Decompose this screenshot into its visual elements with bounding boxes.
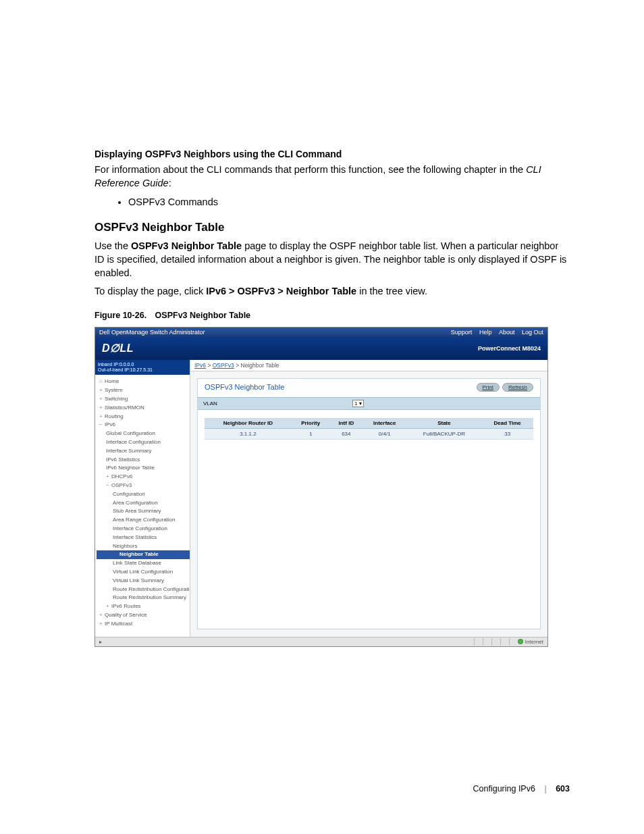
th-priority: Priority — [292, 418, 330, 429]
tree-intfcfg2[interactable]: Interface Configuration — [97, 525, 190, 533]
tree-rredistcfg[interactable]: Route Redistribution Configuration — [97, 585, 190, 594]
tree-areacfg[interactable]: Area Configuration — [97, 499, 190, 508]
th-intfid: Intf ID — [330, 418, 363, 429]
tree-ospfv3-label: OSPFv3 — [111, 482, 132, 488]
tree-system[interactable]: +System — [97, 386, 190, 395]
brand-header: D∅LL PowerConnect M8024 — [95, 337, 547, 360]
cli-bullet-item: OSPFv3 Commands — [128, 195, 570, 209]
tree-ipv6neigh[interactable]: IPv6 Neighbor Table — [97, 464, 190, 473]
tree-arearange[interactable]: Area Range Configuration — [97, 516, 190, 525]
breadcrumb-tail: > Neighbor Table — [234, 362, 279, 369]
content-panel: OSPFv3 Neighbor Table Print Refresh VLAN… — [197, 378, 541, 629]
status-zone-text: Internet — [525, 639, 543, 645]
panel-header: OSPFv3 Neighbor Table Print Refresh — [198, 379, 540, 397]
panel-title: OSPFv3 Neighbor Table — [205, 383, 284, 391]
nav-tree: ⌂Home +System +Switching +Statistics/RMO… — [95, 375, 190, 631]
th-state: State — [406, 418, 481, 429]
tree-routing-label: Routing — [105, 413, 124, 419]
cli-heading: Displaying OSPFv3 Neighbors using the CL… — [95, 149, 570, 159]
ip-info-box: Inband IP:0.0.0.0 Out-of-band IP:10.27.5… — [95, 360, 190, 375]
inband-ip: Inband IP:0.0.0.0 — [98, 362, 187, 367]
internet-zone-icon — [518, 639, 523, 644]
section-p1-b: OSPFv3 Neighbor Table — [131, 240, 242, 251]
tree-lsdb[interactable]: Link State Database — [97, 559, 190, 568]
screenshot-body: Inband IP:0.0.0.0 Out-of-band IP:10.27.5… — [95, 360, 547, 637]
tree-neightable-selected[interactable]: Neighbor Table — [97, 550, 190, 559]
panel-buttons: Print Refresh — [477, 383, 533, 392]
tree-rredistsum[interactable]: Route Redistribution Summary — [97, 594, 190, 602]
tree-home-label: Home — [105, 378, 119, 384]
table-row[interactable]: 3.1.1.2 1 634 0/4/1 Full/BACKUP-DR 33 — [205, 428, 533, 439]
tree-neighbors[interactable]: Neighbors — [97, 542, 190, 551]
window-title: Dell OpenManage Switch Administrator — [99, 329, 205, 336]
tree-ipv6[interactable]: −IPv6 — [97, 421, 190, 429]
footer-divider: | — [544, 784, 546, 793]
footer-page-number: 603 — [556, 784, 570, 793]
tree-ipv6routes[interactable]: +IPv6 Routes — [97, 602, 190, 611]
section-p2-b: IPv6 > OSPFv3 > Neighbor Table — [206, 286, 356, 296]
tree-switching[interactable]: +Switching — [97, 395, 190, 404]
vlan-select-value: 1 — [354, 400, 357, 407]
refresh-button[interactable]: Refresh — [502, 383, 533, 392]
tree-ipmcast[interactable]: +IP Multicast — [97, 620, 190, 629]
tree-statsrmon-label: Statistics/RMON — [105, 405, 144, 411]
section-p1-a: Use the — [95, 240, 131, 251]
status-left: ▸ — [99, 639, 102, 645]
tree-ipv6-label: IPv6 — [105, 421, 115, 427]
tree-dhcpv6-label: DHCPv6 — [111, 473, 132, 479]
main-area: IPv6 > OSPFv3 > Neighbor Table OSPFv3 Ne… — [190, 360, 547, 637]
about-link[interactable]: About — [499, 329, 515, 336]
section-heading: OSPFv3 Neighbor Table — [95, 221, 570, 234]
top-links: Support Help About Log Out — [446, 329, 543, 336]
filter-label: VLAN — [203, 400, 217, 407]
status-cells — [474, 638, 518, 646]
breadcrumb-ospfv3[interactable]: OSPFv3 — [213, 362, 234, 369]
tree-intfsum[interactable]: Interface Summary — [97, 447, 190, 456]
cli-paragraph: For information about the CLI commands t… — [95, 163, 570, 190]
tree-vlinkcfg[interactable]: Virtual Link Configuration — [97, 568, 190, 577]
tree-cfg[interactable]: Configuration — [97, 490, 190, 499]
tree-stubarea[interactable]: Stub Area Summary — [97, 507, 190, 516]
figure-caption: Figure 10-26. OSPFv3 Neighbor Table — [95, 311, 570, 320]
help-link[interactable]: Help — [479, 329, 492, 336]
tree-home[interactable]: ⌂Home — [97, 377, 190, 386]
breadcrumb-ipv6[interactable]: IPv6 — [194, 362, 206, 369]
section-p2: To display the page, click IPv6 > OSPFv3… — [95, 285, 570, 298]
tree-vlinksum[interactable]: Virtual Link Summary — [97, 577, 190, 585]
cell-intfid: 634 — [330, 428, 363, 439]
screenshot-container: Dell OpenManage Switch Administrator Sup… — [95, 327, 548, 647]
support-link[interactable]: Support — [451, 329, 473, 336]
print-button[interactable]: Print — [477, 383, 500, 392]
tree-system-label: System — [105, 387, 123, 393]
sidebar: Inband IP:0.0.0.0 Out-of-band IP:10.27.5… — [95, 360, 190, 637]
section-p2-c: in the tree view. — [356, 286, 427, 296]
tree-ipv6routes-label: IPv6 Routes — [111, 603, 141, 609]
tree-globalcfg[interactable]: Global Configuration — [97, 429, 190, 438]
tree-intfcfg[interactable]: Interface Configuration — [97, 438, 190, 447]
vlan-select[interactable]: 1 ▾ — [352, 400, 364, 407]
section-p1: Use the OSPFv3 Neighbor Table page to di… — [95, 240, 570, 280]
tree-routing[interactable]: +Routing — [97, 413, 190, 421]
cell-state: Full/BACKUP-DR — [406, 428, 481, 439]
tree-qos[interactable]: +Quality of Service — [97, 611, 190, 620]
cli-p-text-c: : — [169, 178, 171, 188]
th-interface: Interface — [363, 418, 406, 429]
tree-ipv6stats[interactable]: IPv6 Statistics — [97, 456, 190, 465]
tree-qos-label: Quality of Service — [105, 612, 147, 618]
cell-deadtime: 33 — [481, 428, 533, 439]
tree-intfstats[interactable]: Interface Statistics — [97, 533, 190, 542]
tree-ipmcast-label: IP Multicast — [105, 621, 132, 627]
status-zone: Internet — [518, 639, 543, 645]
cell-router: 3.1.1.2 — [205, 428, 292, 439]
logout-link[interactable]: Log Out — [522, 329, 543, 336]
window-titlebar: Dell OpenManage Switch Administrator Sup… — [95, 328, 547, 337]
tree-ospfv3[interactable]: −OSPFv3 — [97, 481, 190, 490]
tree-dhcpv6[interactable]: +DHCPv6 — [97, 473, 190, 481]
tree-statsrmon[interactable]: +Statistics/RMON — [97, 404, 190, 413]
cli-bullet-list: OSPFv3 Commands — [95, 195, 570, 209]
dell-logo: D∅LL — [102, 342, 134, 355]
cli-p-text-a: For information about the CLI commands t… — [95, 164, 526, 175]
product-name: PowerConnect M8024 — [478, 345, 541, 352]
outofband-ip: Out-of-band IP:10.27.5.31 — [98, 367, 187, 373]
cell-interface: 0/4/1 — [363, 428, 406, 439]
